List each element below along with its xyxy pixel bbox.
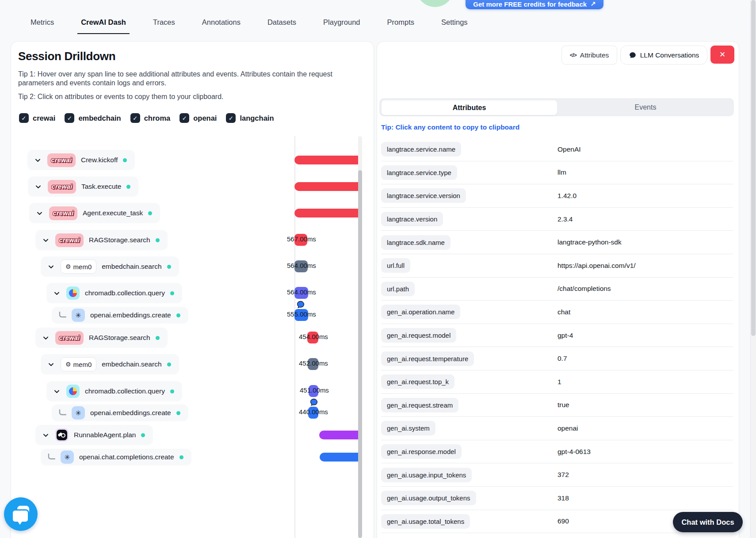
attribute-value[interactable]: 372 bbox=[557, 471, 569, 479]
attribute-value[interactable]: /chat/completions bbox=[557, 285, 611, 293]
table-row[interactable]: langtrace.version 2.3.4 bbox=[381, 208, 733, 231]
nav-tab[interactable]: Playground bbox=[319, 12, 364, 32]
llm-conversations-button[interactable]: LLM Conversations bbox=[620, 46, 707, 65]
table-row[interactable]: langtrace.sdk.name langtrace-python-sdk bbox=[381, 231, 733, 254]
duration-bar[interactable] bbox=[319, 431, 358, 439]
span-row[interactable]: mem0 embedchain.search bbox=[41, 256, 179, 277]
support-chat-widget-button[interactable] bbox=[4, 497, 38, 531]
span-row[interactable]: mem0 embedchain.search bbox=[41, 354, 179, 374]
chevron-down-icon[interactable] bbox=[34, 183, 42, 190]
tree-scrollbar-thumb[interactable] bbox=[358, 170, 362, 538]
table-row[interactable]: gen_ai.request.model gpt-4 bbox=[381, 324, 733, 347]
llm-chat-bubble-icon[interactable] bbox=[296, 300, 305, 309]
attribute-key-chip[interactable]: gen_ai.request.temperature bbox=[381, 351, 474, 366]
attribute-value[interactable]: langtrace-python-sdk bbox=[557, 238, 622, 246]
attribute-key-chip[interactable]: langtrace.service.name bbox=[381, 142, 461, 156]
attribute-value[interactable]: chat bbox=[557, 308, 570, 316]
checkbox-checked-icon[interactable] bbox=[19, 113, 29, 123]
duration-bar[interactable] bbox=[294, 182, 358, 191]
attribute-key-chip[interactable]: gen_ai.response.model bbox=[381, 444, 462, 459]
attribute-key-chip[interactable]: langtrace.version bbox=[381, 212, 443, 226]
attribute-value[interactable]: llm bbox=[557, 168, 566, 176]
attribute-key-chip[interactable]: langtrace.service.type bbox=[381, 165, 457, 180]
span-row[interactable]: openai.chat.completions.create bbox=[41, 449, 191, 466]
copy-tip-link[interactable]: Tip: Click any content to copy to clipbo… bbox=[381, 123, 519, 131]
nav-tab[interactable]: Metrics bbox=[26, 12, 58, 32]
nav-tab[interactable]: Prompts bbox=[383, 12, 419, 32]
close-button[interactable]: ✕ bbox=[710, 46, 734, 64]
span-row[interactable]: RunnableAgent.plan bbox=[35, 425, 153, 445]
vendor-filter[interactable]: embedchain bbox=[65, 113, 121, 123]
span-row[interactable]: openai.embeddings.create bbox=[52, 307, 188, 324]
span-row[interactable]: crewai RAGStorage.search bbox=[35, 328, 168, 348]
vendor-filter[interactable]: openai bbox=[179, 113, 217, 123]
tab-events[interactable]: Events bbox=[557, 98, 734, 116]
checkbox-checked-icon[interactable] bbox=[179, 113, 189, 123]
span-row[interactable]: chromadb.collection.query bbox=[46, 283, 182, 303]
attribute-value[interactable]: 1 bbox=[557, 378, 561, 386]
checkbox-checked-icon[interactable] bbox=[65, 113, 74, 123]
attribute-value[interactable]: OpenAI bbox=[557, 145, 581, 153]
attribute-value[interactable]: gpt-4-0613 bbox=[557, 448, 591, 456]
table-row[interactable]: url.path /chat/completions bbox=[381, 278, 733, 301]
attribute-value[interactable]: 2.3.4 bbox=[557, 215, 573, 223]
checkbox-checked-icon[interactable] bbox=[130, 113, 140, 123]
attribute-key-chip[interactable]: gen_ai.operation.name bbox=[381, 305, 460, 319]
attribute-value[interactable]: 1.42.0 bbox=[557, 192, 577, 200]
duration-bar[interactable] bbox=[320, 453, 358, 462]
chevron-down-icon[interactable] bbox=[41, 432, 50, 439]
table-row[interactable]: gen_ai.request.temperature 0.7 bbox=[381, 347, 733, 370]
chevron-down-icon[interactable] bbox=[35, 210, 44, 217]
duration-bar[interactable] bbox=[294, 156, 358, 164]
attribute-value[interactable]: openai bbox=[557, 424, 578, 432]
table-row[interactable]: gen_ai.operation.name chat bbox=[381, 301, 733, 324]
free-credits-button[interactable]: Get more FREE credits for feedback ↗ bbox=[466, 0, 603, 9]
attribute-value[interactable]: https://api.openai.com/v1/ bbox=[557, 262, 636, 270]
llm-chat-bubble-icon[interactable] bbox=[309, 398, 318, 407]
nav-tab[interactable]: Traces bbox=[149, 12, 179, 32]
table-row[interactable]: gen_ai.request.top_k 1 bbox=[381, 370, 733, 394]
attributes-code-button[interactable]: </> Attributes bbox=[561, 46, 617, 65]
attribute-key-chip[interactable]: gen_ai.usage.input_tokens bbox=[381, 468, 472, 482]
span-row[interactable]: crewai Task.execute bbox=[28, 176, 138, 197]
chat-with-docs-button[interactable]: Chat with Docs bbox=[673, 512, 743, 532]
attribute-value[interactable]: 690 bbox=[557, 517, 569, 525]
span-row[interactable]: crewai Agent.execute_task bbox=[29, 203, 160, 223]
table-row[interactable]: langtrace.service.version 1.42.0 bbox=[381, 184, 733, 208]
span-row[interactable]: openai.embeddings.create bbox=[52, 404, 188, 421]
attribute-key-chip[interactable]: langtrace.sdk.name bbox=[381, 235, 451, 250]
attribute-key-chip[interactable]: gen_ai.usage.output_tokens bbox=[381, 491, 476, 505]
attribute-key-chip[interactable]: gen_ai.request.model bbox=[381, 328, 456, 343]
attribute-key-chip[interactable]: gen_ai.system bbox=[381, 421, 435, 435]
span-row[interactable]: crewai RAGStorage.search bbox=[35, 230, 168, 250]
chevron-down-icon[interactable] bbox=[33, 157, 42, 164]
table-row[interactable]: gen_ai.request.stream true bbox=[381, 394, 733, 417]
attribute-key-chip[interactable]: langtrace.service.version bbox=[381, 188, 466, 203]
table-row[interactable]: url.full https://api.openai.com/v1/ bbox=[381, 254, 733, 278]
attribute-value[interactable]: gpt-4 bbox=[557, 332, 573, 340]
attribute-value[interactable]: 0.7 bbox=[557, 355, 567, 362]
checkbox-checked-icon[interactable] bbox=[226, 113, 236, 123]
page-scrollbar-thumb[interactable] bbox=[751, 0, 756, 336]
nav-tab[interactable]: Annotations bbox=[198, 12, 245, 32]
chevron-down-icon[interactable] bbox=[46, 361, 55, 368]
table-row[interactable]: gen_ai.usage.input_tokens 372 bbox=[381, 463, 733, 487]
vendor-filter[interactable]: crewai bbox=[19, 113, 55, 123]
attribute-value[interactable]: 318 bbox=[557, 494, 569, 502]
attribute-key-chip[interactable]: gen_ai.request.top_k bbox=[381, 374, 454, 389]
span-row[interactable]: chromadb.collection.query bbox=[46, 381, 182, 401]
table-row[interactable]: langtrace.service.name OpenAI bbox=[381, 138, 733, 161]
table-row[interactable]: gen_ai.usage.output_tokens 318 bbox=[381, 487, 733, 510]
nav-tab[interactable]: CrewAI Dash bbox=[76, 12, 130, 32]
attribute-key-chip[interactable]: url.path bbox=[381, 282, 415, 296]
vendor-filter[interactable]: langchain bbox=[226, 113, 274, 123]
attribute-key-chip[interactable]: gen_ai.request.stream bbox=[381, 398, 458, 412]
span-row[interactable]: crewai Crew.kickoff bbox=[27, 150, 135, 170]
table-row[interactable]: langtrace.service.type llm bbox=[381, 161, 733, 185]
table-row[interactable]: gen_ai.response.model gpt-4-0613 bbox=[381, 440, 733, 464]
attribute-key-chip[interactable]: url.full bbox=[381, 258, 410, 273]
attribute-value[interactable]: true bbox=[557, 401, 569, 409]
chevron-down-icon[interactable] bbox=[41, 335, 50, 341]
chevron-down-icon[interactable] bbox=[52, 290, 61, 297]
chevron-down-icon[interactable] bbox=[52, 388, 61, 395]
